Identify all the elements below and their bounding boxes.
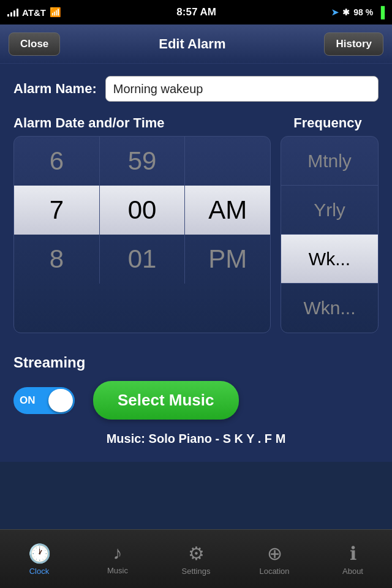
section-headers: Alarm Date and/or Time Frequency bbox=[13, 115, 379, 131]
status-left: AT&T 📶 bbox=[7, 7, 61, 18]
ampm-0 bbox=[185, 137, 270, 186]
bluetooth-icon: ✱ bbox=[342, 7, 350, 17]
signal-icon bbox=[7, 8, 18, 17]
freq-item-0: Mtnly bbox=[281, 137, 378, 186]
select-music-button[interactable]: Select Music bbox=[93, 381, 239, 420]
freq-section-label: Frequency bbox=[277, 115, 379, 131]
hour-2: 8 bbox=[14, 235, 100, 284]
minute-0: 59 bbox=[100, 137, 186, 186]
tab-settings[interactable]: ⚙ Settings bbox=[165, 543, 227, 576]
page-title: Edit Alarm bbox=[159, 36, 225, 52]
tab-bar: 🕐 Clock ♪ Music ⚙ Settings ⊕ Location ℹ … bbox=[0, 529, 392, 588]
tab-clock[interactable]: 🕐 Clock bbox=[9, 543, 70, 576]
status-time: 8:57 AM bbox=[176, 6, 216, 18]
clock-icon: 🕐 bbox=[28, 543, 51, 564]
close-button[interactable]: Close bbox=[9, 32, 60, 56]
time-row-1: 7 00 AM bbox=[14, 186, 270, 235]
nav-bar: Close Edit Alarm History bbox=[0, 24, 392, 64]
location-icon: ⊕ bbox=[267, 543, 282, 564]
time-section-label: Alarm Date and/or Time bbox=[13, 115, 277, 131]
status-right: ➤ ✱ 98 % ▐ bbox=[331, 6, 385, 19]
freq-item-3: Wkn... bbox=[281, 284, 378, 333]
music-info: Music: Solo Piano - S K Y . F M bbox=[13, 432, 379, 446]
tab-music-label: Music bbox=[107, 566, 128, 575]
freq-item-1: Yrly bbox=[281, 186, 378, 235]
hour-1: 7 bbox=[14, 186, 100, 235]
streaming-section: Streaming ON Select Music Music: Solo Pi… bbox=[13, 348, 379, 450]
info-icon: ℹ bbox=[350, 543, 356, 564]
tab-clock-label: Clock bbox=[29, 567, 50, 576]
arrow-icon: ➤ bbox=[331, 7, 339, 17]
minute-2: 01 bbox=[100, 235, 186, 284]
alarm-name-input[interactable] bbox=[105, 76, 379, 102]
freq-item-2: Wk... bbox=[281, 235, 378, 284]
ampm-2: PM bbox=[185, 235, 270, 284]
minute-1: 00 bbox=[100, 186, 186, 235]
battery-icon: ▐ bbox=[377, 6, 385, 19]
streaming-row: ON Select Music bbox=[13, 381, 379, 420]
main-content: Alarm Name: Alarm Date and/or Time Frequ… bbox=[0, 64, 392, 462]
carrier-label: AT&T bbox=[22, 7, 46, 18]
streaming-label: Streaming bbox=[13, 354, 379, 371]
time-picker-rows: 6 59 7 00 AM 8 01 PM bbox=[14, 137, 270, 284]
history-button[interactable]: History bbox=[324, 32, 383, 56]
streaming-toggle[interactable]: ON bbox=[13, 387, 75, 414]
status-bar: AT&T 📶 8:57 AM ➤ ✱ 98 % ▐ bbox=[0, 0, 392, 24]
ampm-1: AM bbox=[185, 186, 270, 235]
alarm-name-label: Alarm Name: bbox=[13, 81, 97, 97]
battery-label: 98 % bbox=[353, 7, 373, 17]
hour-0: 6 bbox=[14, 137, 100, 186]
time-picker[interactable]: 6 59 7 00 AM 8 01 PM bbox=[13, 136, 271, 333]
tab-location-label: Location bbox=[259, 567, 289, 576]
music-icon: ♪ bbox=[113, 543, 123, 564]
gear-icon: ⚙ bbox=[188, 543, 205, 564]
tab-music[interactable]: ♪ Music bbox=[87, 543, 148, 575]
tab-location[interactable]: ⊕ Location bbox=[244, 543, 305, 576]
toggle-label: ON bbox=[20, 394, 36, 407]
freq-picker[interactable]: Mtnly Yrly Wk... Wkn... bbox=[281, 136, 379, 333]
tab-about-label: About bbox=[342, 567, 363, 576]
tab-about[interactable]: ℹ About bbox=[322, 543, 383, 576]
alarm-name-row: Alarm Name: bbox=[13, 76, 379, 102]
tab-settings-label: Settings bbox=[182, 567, 211, 576]
picker-area: 6 59 7 00 AM 8 01 PM Mtnly bbox=[13, 136, 379, 333]
time-row-0: 6 59 bbox=[14, 137, 270, 186]
wifi-icon: 📶 bbox=[50, 7, 61, 18]
time-row-2: 8 01 PM bbox=[14, 235, 270, 284]
toggle-knob bbox=[48, 389, 73, 412]
